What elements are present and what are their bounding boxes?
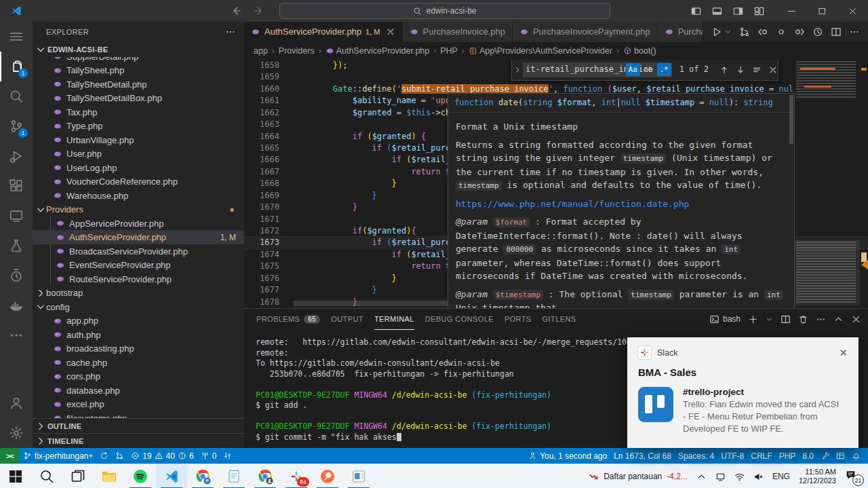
hover-doc-link[interactable]: https://www.php.net/manual/function.date…	[456, 199, 689, 209]
volume-muted-icon[interactable]	[753, 472, 764, 482]
notification-close-icon[interactable]: ✕	[839, 348, 848, 358]
taskbar-search[interactable]	[31, 464, 62, 488]
tree-item[interactable]: TallySheet.php	[33, 63, 244, 77]
find-expand-icon[interactable]	[512, 60, 523, 80]
timeline-icon[interactable]	[812, 26, 823, 37]
activity-timer[interactable]	[0, 261, 33, 290]
language-mode-status[interactable]: PHP	[776, 448, 800, 464]
explorer-more-actions-icon[interactable]	[225, 26, 236, 37]
next-change-icon[interactable]	[794, 26, 805, 37]
panel-tab[interactable]: TERMINAL	[374, 309, 414, 330]
action-center[interactable]: 21	[845, 469, 861, 484]
tree-item[interactable]: RouteServiceProvider.php	[33, 272, 244, 286]
tree-item[interactable]: auth.php	[33, 328, 244, 342]
taskbar-vscode[interactable]	[156, 464, 187, 488]
tree-item[interactable]: TallySheetDetailBox.php	[33, 91, 244, 105]
toggle-sidebar-icon[interactable]	[691, 6, 701, 16]
activity-docker[interactable]	[0, 290, 33, 320]
breadcrumb-item[interactable]: app	[254, 46, 268, 56]
tree-item[interactable]: database.php	[33, 383, 244, 398]
command-center-search[interactable]: edwin-acsi-be	[279, 3, 610, 19]
nav-back-icon[interactable]	[231, 5, 241, 16]
compare-status[interactable]	[220, 448, 235, 464]
gitlens-graph-status[interactable]	[112, 448, 127, 464]
timeline-section[interactable]: TIMELINE	[33, 433, 244, 448]
close-panel-icon[interactable]	[851, 314, 861, 324]
activity-settings[interactable]	[0, 418, 33, 448]
tree-item[interactable]: filesystems.php	[33, 411, 244, 418]
hover-scrollbar[interactable]	[789, 95, 793, 144]
activity-search[interactable]	[0, 81, 33, 111]
split-editor-icon[interactable]	[831, 26, 842, 37]
keyboard-language[interactable]: ENG	[772, 472, 790, 481]
window-maximize-button[interactable]	[807, 0, 837, 22]
slack-notification[interactable]: Slack ✕ BMA - Sales #trello-project Trel…	[627, 337, 859, 448]
find-close-icon[interactable]	[768, 65, 778, 75]
new-terminal-icon[interactable]	[748, 314, 758, 324]
editor-tab[interactable]: PurchaseInvoicePayment.php	[513, 22, 658, 42]
taskbar-slack[interactable]: 84	[281, 464, 312, 488]
breadcrumb-item[interactable]: App\Providers\AuthServiceProvider	[469, 46, 612, 56]
breadcrumb-item[interactable]: boot()	[623, 46, 656, 56]
tree-item[interactable]: TallySheetDetail.php	[33, 77, 244, 92]
minimap[interactable]	[793, 60, 860, 308]
tree-item[interactable]: EventServiceProvider.php	[33, 258, 244, 272]
tree-item[interactable]: User.php	[33, 147, 244, 161]
encoding-status[interactable]: UTF-8	[717, 448, 747, 464]
tree-item[interactable]: AuthServiceProvider.php1, M	[33, 230, 244, 244]
notifications-status[interactable]	[848, 448, 864, 464]
git-branch-status[interactable]: fix-perhitungan+	[20, 448, 96, 464]
taskbar-notepad[interactable]	[218, 464, 250, 488]
previous-change-icon[interactable]	[757, 26, 768, 37]
split-terminal-icon[interactable]	[781, 314, 791, 324]
tree-item[interactable]: app.php	[33, 314, 244, 328]
taskbar-task-view[interactable]	[62, 464, 94, 488]
toggle-panel-icon[interactable]	[712, 6, 722, 16]
git-blame-status[interactable]: You, 1 second ago	[525, 448, 610, 464]
whole-word-toggle[interactable]: ab	[642, 63, 656, 76]
tree-item[interactable]: config	[33, 300, 244, 314]
activity-explorer[interactable]: 1	[0, 52, 33, 81]
taskbar-start[interactable]	[0, 464, 31, 488]
taskbar-chrome[interactable]	[250, 464, 281, 488]
eol-status[interactable]: CRLF	[747, 448, 775, 464]
tree-item[interactable]: UrbanVillage.php	[33, 133, 244, 147]
taskbar-spotify[interactable]	[125, 464, 156, 488]
indentation-status[interactable]: Spaces: 4	[675, 448, 717, 464]
activity-source-control[interactable]: 1	[0, 111, 33, 141]
run-button-icon[interactable]	[711, 26, 722, 37]
tree-item[interactable]: Warehouse.php	[33, 189, 244, 203]
activity-testing[interactable]	[0, 231, 33, 261]
tree-root-folder[interactable]: EDWIN-ACSI-BE	[33, 42, 244, 57]
git-graph-icon[interactable]	[739, 26, 750, 37]
activity-account[interactable]	[0, 388, 33, 418]
editor-tab[interactable]: PurchaseInvoic	[658, 22, 703, 42]
tree-item[interactable]: VoucherCodeReference.php	[33, 174, 244, 189]
ports-status[interactable]: 0	[197, 448, 220, 464]
run-dropdown-icon[interactable]	[724, 28, 732, 35]
breadcrumb-item[interactable]: AuthServiceProvider.php	[326, 46, 430, 56]
panel-tab[interactable]: GITLENS	[542, 309, 576, 330]
customize-layout-icon[interactable]	[754, 6, 764, 16]
tree-item[interactable]: AppServiceProvider.php	[33, 217, 244, 231]
editor-tab[interactable]: AuthServiceProvider.php 1, M	[244, 22, 403, 42]
find-next-icon[interactable]	[736, 65, 745, 75]
open-changes-icon[interactable]	[776, 26, 787, 37]
tree-item[interactable]: excel.php	[33, 397, 244, 411]
kill-terminal-icon[interactable]	[798, 314, 808, 324]
remote-indicator[interactable]: ><	[0, 448, 20, 464]
problems-status[interactable]: 19 40 6	[127, 448, 197, 464]
activity-extensions[interactable]	[0, 171, 33, 201]
cursor-position-status[interactable]: Ln 1673, Col 68	[610, 448, 675, 464]
layout-status[interactable]	[833, 448, 848, 464]
panel-more-actions-icon[interactable]	[816, 314, 826, 324]
window-minimize-button[interactable]	[776, 0, 807, 22]
more-actions-icon[interactable]	[849, 26, 860, 37]
tray-display-icon[interactable]	[715, 472, 726, 482]
taskbar-preview-app[interactable]	[343, 464, 374, 488]
taskbar-chrome-profile[interactable]: P	[187, 464, 218, 488]
regex-toggle[interactable]: .*	[657, 63, 671, 76]
match-case-toggle[interactable]: Aa	[626, 63, 640, 76]
tree-item[interactable]: Providers●	[33, 202, 244, 217]
breadcrumb-item[interactable]: Providers	[279, 46, 315, 56]
